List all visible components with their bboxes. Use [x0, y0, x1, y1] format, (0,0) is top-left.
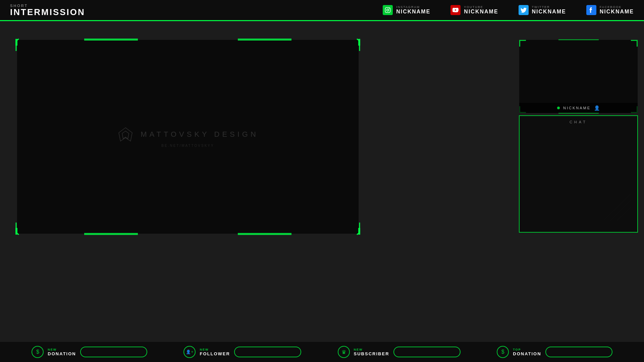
svg-line-9 — [617, 207, 631, 221]
corner-tl — [15, 38, 25, 52]
twitter-nickname: NICKNAME — [532, 9, 566, 15]
facebook-text: FACEBOOK NICKNAME — [600, 5, 634, 15]
top-donation-type-label: DONATION — [513, 351, 541, 356]
follower-input-display — [234, 347, 301, 357]
instagram-text: INSTAGRAM NICKNAME — [396, 5, 430, 15]
alert-top-donation: $ TOP DONATION — [497, 346, 612, 358]
subscriber-text: NEW SUBSCRIBER — [354, 348, 389, 356]
webcam-nickname: NICKNAME — [563, 106, 591, 110]
corner-br — [350, 222, 360, 235]
twitter-icon — [519, 5, 529, 15]
nickname-indicator — [557, 107, 560, 109]
top-donation-input-display — [545, 347, 612, 357]
youtube-text: YOUTUBE NICKNAME — [464, 5, 498, 15]
svg-point-1 — [387, 9, 389, 11]
subscriber-new-label: NEW — [354, 348, 389, 351]
top-donation-icon: $ — [497, 346, 509, 358]
alert-new-subscriber: ♛ NEW SUBSCRIBER — [338, 346, 461, 358]
alert-new-donation: $ NEW DONATION — [32, 346, 147, 358]
video-panel: MATTOVSKY DESIGN BE.NET/MATTOVSKYY — [17, 40, 359, 234]
twitter-platform: TWITTER — [532, 5, 566, 9]
follower-icon: 👤+ — [183, 346, 196, 358]
subscriber-icon: ♛ — [338, 346, 350, 358]
youtube-icon — [450, 5, 461, 15]
social-item-twitter: TWITTER NICKNAME — [519, 5, 566, 15]
edge-bottom-left — [84, 233, 138, 235]
donation-new-label: NEW — [48, 348, 76, 351]
webcam-user-icon: 👤 — [594, 105, 600, 111]
instagram-icon — [383, 5, 393, 15]
watermark-url: BE.NET/MATTOVSKYY — [161, 144, 214, 147]
chat-panel: CHAT — [519, 115, 638, 233]
corner-tr — [350, 38, 360, 52]
instagram-nickname: NICKNAME — [396, 9, 430, 15]
svg-rect-4 — [358, 39, 360, 46]
donation-type-label: DONATION — [48, 351, 76, 356]
watermark-brand: MATTOVSKY DESIGN — [141, 130, 259, 139]
watermark: MATTOVSKY DESIGN BE.NET/MATTOVSKYY — [117, 126, 259, 147]
social-item-facebook: FACEBOOK NICKNAME — [586, 5, 634, 15]
social-item-youtube: YOUTUBE NICKNAME — [450, 5, 498, 15]
instagram-platform: INSTAGRAM — [396, 5, 430, 9]
webcam-nickname-bar: NICKNAME 👤 — [519, 103, 638, 113]
donation-text: NEW DONATION — [48, 348, 76, 356]
edge-top-left — [84, 39, 138, 41]
svg-point-2 — [389, 8, 390, 9]
youtube-platform: YOUTUBE — [464, 5, 498, 9]
follower-text: NEW FOLLOWER — [200, 348, 230, 356]
webcam-corner-tl — [519, 40, 526, 47]
twitter-text: TWITTER NICKNAME — [532, 5, 566, 15]
svg-line-7 — [604, 194, 631, 221]
facebook-icon — [586, 5, 596, 15]
brand-main-title: INTERMISSION — [10, 8, 85, 16]
edge-top-right — [238, 39, 291, 41]
youtube-nickname: NICKNAME — [464, 9, 498, 15]
edge-bottom-right — [238, 233, 291, 235]
subscriber-type-label: SUBSCRIBER — [354, 351, 389, 356]
svg-rect-6 — [358, 228, 360, 235]
brand-title: SHORT INTERMISSION — [10, 4, 85, 16]
follower-type-label: FOLLOWER — [200, 351, 230, 356]
follower-new-label: NEW — [200, 348, 230, 351]
right-panels: NICKNAME 👤 CHAT — [519, 40, 638, 233]
chat-label: CHAT — [520, 120, 637, 124]
webcam-panel: NICKNAME 👤 — [519, 40, 638, 113]
subscriber-input-display — [393, 347, 461, 357]
header-accent-line — [0, 20, 644, 21]
corner-bl — [15, 222, 25, 235]
header-bar: SHORT INTERMISSION INSTAGRAM NICKNAME — [0, 0, 644, 20]
social-item-instagram: INSTAGRAM NICKNAME — [383, 5, 430, 15]
svg-rect-3 — [15, 39, 17, 46]
facebook-platform: FACEBOOK — [600, 5, 634, 9]
chat-decoration — [604, 194, 631, 222]
facebook-nickname: NICKNAME — [600, 9, 634, 15]
bottom-bar: $ NEW DONATION 👤+ NEW FOLLOWER ♛ NEW SUB… — [0, 342, 644, 362]
top-donation-text: TOP DONATION — [513, 348, 541, 356]
social-links: INSTAGRAM NICKNAME YOUTUBE NICKNAME — [383, 5, 634, 15]
webcam-corner-tr — [631, 40, 638, 47]
top-donation-top-label: TOP — [513, 348, 541, 351]
alert-new-follower: 👤+ NEW FOLLOWER — [183, 346, 301, 358]
donation-input-display — [80, 347, 147, 357]
webcam-edge-top — [558, 39, 599, 40]
donation-icon: $ — [32, 346, 44, 358]
main-area: MATTOVSKY DESIGN BE.NET/MATTOVSKYY NICKN… — [0, 21, 644, 342]
svg-rect-5 — [15, 228, 17, 235]
